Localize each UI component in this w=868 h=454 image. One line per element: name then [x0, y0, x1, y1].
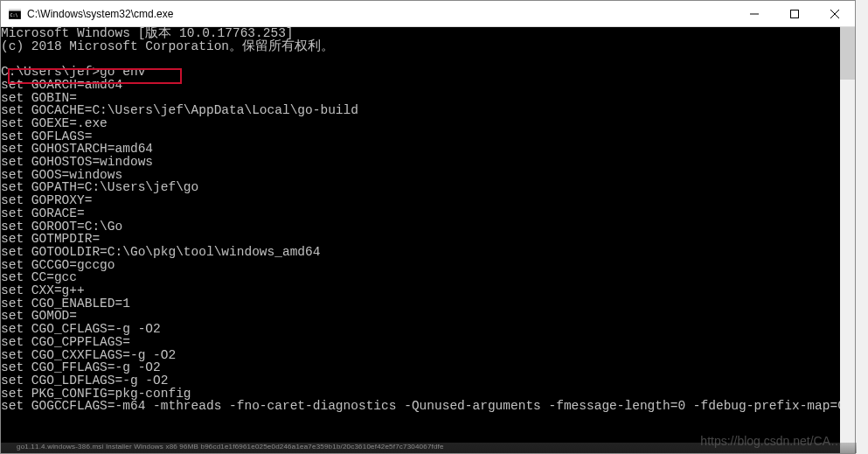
cmd-icon: C:\: [8, 7, 22, 21]
svg-text:C:\: C:\: [10, 12, 18, 17]
footer-hint: go1.11.4.windows-386.msi Installer Windo…: [1, 443, 857, 453]
cmd-window: C:\ C:\Windows\system32\cmd.exe Microsof…: [0, 0, 856, 454]
titlebar[interactable]: C:\ C:\Windows\system32\cmd.exe: [1, 1, 855, 27]
scrollbar[interactable]: [840, 27, 855, 453]
scrollbar-thumb[interactable]: [840, 27, 855, 80]
window-title: C:\Windows\system32\cmd.exe: [27, 8, 734, 20]
close-button[interactable]: [815, 1, 855, 26]
maximize-button[interactable]: [774, 1, 815, 26]
terminal-output[interactable]: Microsoft Windows [版本 10.0.17763.253] (c…: [1, 27, 840, 453]
terminal-area: Microsoft Windows [版本 10.0.17763.253] (c…: [1, 27, 855, 453]
svg-rect-1: [9, 9, 21, 11]
minimize-button[interactable]: [734, 1, 774, 26]
window-controls: [734, 1, 855, 26]
svg-rect-4: [791, 10, 799, 17]
